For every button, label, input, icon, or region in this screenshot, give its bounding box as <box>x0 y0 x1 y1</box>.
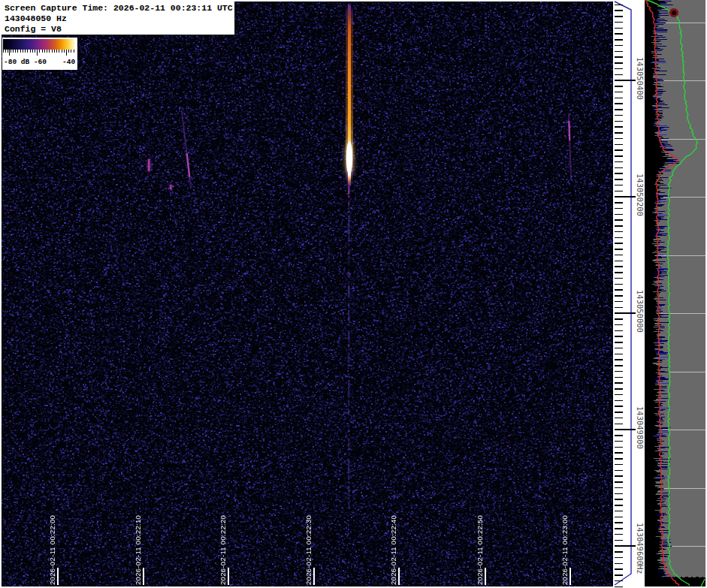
freq-minor-tick <box>615 551 623 553</box>
freq-minor-tick <box>615 121 623 122</box>
freq-minor-tick <box>615 51 623 53</box>
freq-minor-tick <box>615 464 623 466</box>
freq-major-tick <box>615 196 636 198</box>
freq-minor-tick <box>615 481 623 483</box>
freq-minor-tick <box>615 5 623 6</box>
capture-config-text: Config = V8 <box>5 24 234 35</box>
freq-minor-tick <box>615 377 623 378</box>
freq-minor-tick <box>615 382 623 384</box>
freq-minor-tick <box>615 208 623 210</box>
freq-minor-tick <box>615 109 623 110</box>
freq-minor-tick <box>615 365 623 366</box>
freq-major-tick <box>615 545 636 547</box>
freq-minor-tick <box>615 284 623 285</box>
freq-minor-tick <box>615 458 623 460</box>
freq-minor-tick <box>615 179 623 180</box>
colorbar-label-right: -40 <box>62 58 75 66</box>
freq-minor-tick <box>615 534 623 535</box>
freq-minor-tick <box>615 237 623 239</box>
freq-minor-tick <box>615 528 623 529</box>
freq-minor-tick <box>615 103 623 104</box>
freq-minor-tick <box>615 249 623 250</box>
freq-minor-tick <box>615 406 623 407</box>
colorbar-major-tick <box>37 50 38 56</box>
freq-minor-tick <box>615 540 623 541</box>
frequency-axis: 1430504001430502001430500001430498001430… <box>613 0 645 586</box>
freq-minor-tick <box>615 348 623 349</box>
freq-minor-tick <box>615 493 623 495</box>
freq-tick-label: 143049600 <box>636 523 644 565</box>
freq-minor-tick <box>615 155 623 157</box>
freq-minor-tick <box>615 400 623 402</box>
freq-minor-tick <box>615 86 623 87</box>
freq-minor-tick <box>615 371 623 372</box>
freq-minor-tick <box>615 39 623 41</box>
colorbar-major-tick <box>66 50 67 56</box>
freq-major-tick <box>615 429 636 430</box>
freq-minor-tick <box>615 330 623 332</box>
colorbar-label-left: -80 dB -60 <box>4 58 47 66</box>
freq-minor-tick <box>615 126 623 128</box>
freq-minor-tick <box>615 517 623 518</box>
freq-minor-tick <box>615 289 623 291</box>
freq-minor-tick <box>615 324 623 326</box>
freq-minor-tick <box>615 214 623 216</box>
freq-minor-tick <box>615 272 623 273</box>
freq-minor-tick <box>615 336 623 337</box>
freq-minor-tick <box>615 68 623 70</box>
capture-frequency-text: 143048050 Hz <box>5 14 234 24</box>
freq-minor-tick <box>615 202 623 204</box>
freq-minor-tick <box>615 243 623 244</box>
freq-minor-tick <box>615 219 623 221</box>
freq-minor-tick <box>615 115 623 116</box>
freq-minor-tick <box>615 557 623 559</box>
colorbar-major-tick <box>9 50 10 56</box>
freq-minor-tick <box>615 56 623 58</box>
freq-minor-tick <box>615 563 623 565</box>
freq-minor-tick <box>615 138 623 140</box>
freq-minor-tick <box>615 278 623 279</box>
freq-minor-tick <box>615 318 623 320</box>
freq-minor-tick <box>615 568 623 570</box>
freq-minor-tick <box>615 354 623 355</box>
freq-minor-tick <box>615 10 623 11</box>
freq-tick-label: 143049800 <box>636 406 644 449</box>
colorbar-legend: -80 dB -60 -40 <box>2 38 77 70</box>
freq-minor-tick <box>615 295 623 297</box>
capture-info-box: Screen Capture Time: 2026-02-11 00:23:11… <box>2 2 235 35</box>
freq-minor-tick <box>615 301 623 303</box>
freq-minor-tick <box>615 505 623 506</box>
freq-minor-tick <box>615 98 623 99</box>
freq-major-tick <box>615 312 636 314</box>
freq-minor-tick <box>615 475 623 477</box>
freq-tick-label: 143050200 <box>636 173 644 216</box>
freq-axis-bracket-line <box>615 2 631 585</box>
freq-tick-label: 143050400 <box>636 57 644 100</box>
colorbar-gradient <box>3 39 76 50</box>
freq-axis-unit: Hz <box>636 565 644 574</box>
freq-major-tick <box>615 80 636 81</box>
colorbar-ruler <box>3 50 76 53</box>
freq-minor-tick <box>615 161 623 163</box>
freq-minor-tick <box>615 574 623 576</box>
freq-minor-tick <box>615 149 623 151</box>
freq-minor-tick <box>615 307 623 309</box>
freq-minor-tick <box>615 394 623 396</box>
freq-minor-tick <box>615 522 623 523</box>
freq-minor-tick <box>615 231 623 233</box>
freq-minor-tick <box>615 255 623 256</box>
waterfall-canvas <box>2 2 613 586</box>
freq-minor-tick <box>615 144 623 146</box>
freq-minor-tick <box>615 45 623 47</box>
freq-minor-tick <box>615 74 623 76</box>
spectrum-panel-canvas <box>645 0 705 586</box>
freq-minor-tick <box>615 452 623 454</box>
freq-minor-tick <box>615 441 623 442</box>
freq-minor-tick <box>615 33 623 35</box>
freq-minor-tick <box>615 586 623 588</box>
freq-minor-tick <box>615 580 623 582</box>
freq-minor-tick <box>615 412 623 413</box>
freq-minor-tick <box>615 266 623 267</box>
freq-minor-tick <box>615 261 623 262</box>
freq-minor-tick <box>615 62 623 64</box>
